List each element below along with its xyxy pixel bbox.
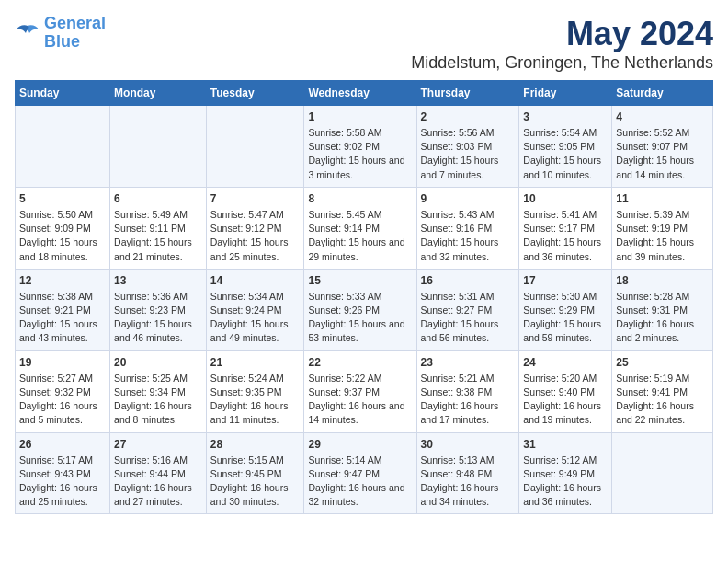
day-info: Sunrise: 5:15 AM Sunset: 9:45 PM Dayligh… [210,454,301,510]
calendar-cell: 29Sunrise: 5:14 AM Sunset: 9:47 PM Dayli… [304,432,416,514]
day-number: 30 [421,438,516,451]
day-number: 11 [616,192,709,205]
subtitle: Middelstum, Groningen, The Netherlands [411,53,713,73]
main-title: May 2024 [411,15,713,53]
calendar-cell: 24Sunrise: 5:20 AM Sunset: 9:40 PM Dayli… [519,350,612,432]
weekday-header-friday: Friday [519,81,612,106]
calendar-cell: 7Sunrise: 5:47 AM Sunset: 9:12 PM Daylig… [206,187,304,269]
calendar-cell: 26Sunrise: 5:17 AM Sunset: 9:43 PM Dayli… [16,432,110,514]
day-number: 24 [523,356,608,369]
day-info: Sunrise: 5:38 AM Sunset: 9:21 PM Dayligh… [19,290,106,346]
day-info: Sunrise: 5:28 AM Sunset: 9:31 PM Dayligh… [616,290,709,346]
calendar-cell: 8Sunrise: 5:45 AM Sunset: 9:14 PM Daylig… [304,187,416,269]
calendar-cell [16,106,110,188]
day-number: 15 [308,274,412,287]
calendar-cell: 27Sunrise: 5:16 AM Sunset: 9:44 PM Dayli… [110,432,207,514]
day-info: Sunrise: 5:34 AM Sunset: 9:24 PM Dayligh… [210,290,301,346]
day-info: Sunrise: 5:39 AM Sunset: 9:19 PM Dayligh… [616,208,709,264]
day-number: 6 [114,192,202,205]
day-number: 5 [19,192,106,205]
calendar-cell: 11Sunrise: 5:39 AM Sunset: 9:19 PM Dayli… [612,187,713,269]
calendar-cell: 18Sunrise: 5:28 AM Sunset: 9:31 PM Dayli… [612,269,713,350]
day-info: Sunrise: 5:22 AM Sunset: 9:37 PM Dayligh… [308,372,412,428]
day-number: 9 [421,192,516,205]
calendar-cell: 15Sunrise: 5:33 AM Sunset: 9:26 PM Dayli… [304,269,416,350]
day-info: Sunrise: 5:45 AM Sunset: 9:14 PM Dayligh… [308,208,412,264]
calendar-cell: 16Sunrise: 5:31 AM Sunset: 9:27 PM Dayli… [416,269,519,350]
weekday-header-thursday: Thursday [416,81,519,106]
day-info: Sunrise: 5:58 AM Sunset: 9:02 PM Dayligh… [308,126,412,182]
day-info: Sunrise: 5:36 AM Sunset: 9:23 PM Dayligh… [114,290,202,346]
day-info: Sunrise: 5:49 AM Sunset: 9:11 PM Dayligh… [114,208,202,264]
day-number: 17 [523,274,608,287]
calendar-cell: 28Sunrise: 5:15 AM Sunset: 9:45 PM Dayli… [206,432,304,514]
day-info: Sunrise: 5:54 AM Sunset: 9:05 PM Dayligh… [523,126,608,182]
weekday-header-row: SundayMondayTuesdayWednesdayThursdayFrid… [16,81,713,106]
day-number: 1 [308,110,412,123]
day-number: 25 [616,356,709,369]
day-info: Sunrise: 5:31 AM Sunset: 9:27 PM Dayligh… [421,290,516,346]
weekday-header-sunday: Sunday [16,81,110,106]
calendar-cell: 10Sunrise: 5:41 AM Sunset: 9:17 PM Dayli… [519,187,612,269]
calendar-cell: 17Sunrise: 5:30 AM Sunset: 9:29 PM Dayli… [519,269,612,350]
day-number: 18 [616,274,709,287]
day-info: Sunrise: 5:30 AM Sunset: 9:29 PM Dayligh… [523,290,608,346]
calendar-week-row: 26Sunrise: 5:17 AM Sunset: 9:43 PM Dayli… [16,432,713,514]
day-info: Sunrise: 5:25 AM Sunset: 9:34 PM Dayligh… [114,372,202,428]
logo: General Blue [15,15,106,52]
weekday-header-monday: Monday [110,81,207,106]
logo-text: General Blue [44,15,106,52]
calendar-cell: 30Sunrise: 5:13 AM Sunset: 9:48 PM Dayli… [416,432,519,514]
calendar-cell [110,106,207,188]
day-info: Sunrise: 5:52 AM Sunset: 9:07 PM Dayligh… [616,126,709,182]
day-number: 21 [210,356,301,369]
day-info: Sunrise: 5:19 AM Sunset: 9:41 PM Dayligh… [616,372,709,428]
calendar-cell: 23Sunrise: 5:21 AM Sunset: 9:38 PM Dayli… [416,350,519,432]
day-number: 23 [421,356,516,369]
day-info: Sunrise: 5:41 AM Sunset: 9:17 PM Dayligh… [523,208,608,264]
day-info: Sunrise: 5:47 AM Sunset: 9:12 PM Dayligh… [210,208,301,264]
calendar-cell: 14Sunrise: 5:34 AM Sunset: 9:24 PM Dayli… [206,269,304,350]
calendar-cell: 6Sunrise: 5:49 AM Sunset: 9:11 PM Daylig… [110,187,207,269]
day-number: 16 [421,274,516,287]
calendar-cell: 22Sunrise: 5:22 AM Sunset: 9:37 PM Dayli… [304,350,416,432]
calendar-week-row: 12Sunrise: 5:38 AM Sunset: 9:21 PM Dayli… [16,269,713,350]
day-info: Sunrise: 5:17 AM Sunset: 9:43 PM Dayligh… [19,454,106,510]
logo-bird-icon [15,22,40,44]
day-info: Sunrise: 5:33 AM Sunset: 9:26 PM Dayligh… [308,290,412,346]
day-number: 27 [114,438,202,451]
day-info: Sunrise: 5:24 AM Sunset: 9:35 PM Dayligh… [210,372,301,428]
day-number: 12 [19,274,106,287]
calendar-cell: 19Sunrise: 5:27 AM Sunset: 9:32 PM Dayli… [16,350,110,432]
calendar-cell: 12Sunrise: 5:38 AM Sunset: 9:21 PM Dayli… [16,269,110,350]
day-number: 13 [114,274,202,287]
calendar-cell: 2Sunrise: 5:56 AM Sunset: 9:03 PM Daylig… [416,106,519,188]
weekday-header-tuesday: Tuesday [206,81,304,106]
day-number: 14 [210,274,301,287]
calendar-cell: 20Sunrise: 5:25 AM Sunset: 9:34 PM Dayli… [110,350,207,432]
day-info: Sunrise: 5:21 AM Sunset: 9:38 PM Dayligh… [421,372,516,428]
day-info: Sunrise: 5:20 AM Sunset: 9:40 PM Dayligh… [523,372,608,428]
day-number: 7 [210,192,301,205]
title-area: May 2024 Middelstum, Groningen, The Neth… [411,15,713,73]
weekday-header-wednesday: Wednesday [304,81,416,106]
day-number: 10 [523,192,608,205]
calendar-week-row: 19Sunrise: 5:27 AM Sunset: 9:32 PM Dayli… [16,350,713,432]
day-number: 2 [421,110,516,123]
calendar-cell [206,106,304,188]
day-number: 19 [19,356,106,369]
calendar-cell [612,432,713,514]
weekday-header-saturday: Saturday [612,81,713,106]
day-number: 26 [19,438,106,451]
calendar-cell: 5Sunrise: 5:50 AM Sunset: 9:09 PM Daylig… [16,187,110,269]
calendar-cell: 3Sunrise: 5:54 AM Sunset: 9:05 PM Daylig… [519,106,612,188]
day-number: 28 [210,438,301,451]
calendar-week-row: 1Sunrise: 5:58 AM Sunset: 9:02 PM Daylig… [16,106,713,188]
day-info: Sunrise: 5:13 AM Sunset: 9:48 PM Dayligh… [421,454,516,510]
day-number: 4 [616,110,709,123]
calendar-cell: 31Sunrise: 5:12 AM Sunset: 9:49 PM Dayli… [519,432,612,514]
day-info: Sunrise: 5:56 AM Sunset: 9:03 PM Dayligh… [421,126,516,182]
day-number: 31 [523,438,608,451]
calendar-cell: 1Sunrise: 5:58 AM Sunset: 9:02 PM Daylig… [304,106,416,188]
day-number: 20 [114,356,202,369]
